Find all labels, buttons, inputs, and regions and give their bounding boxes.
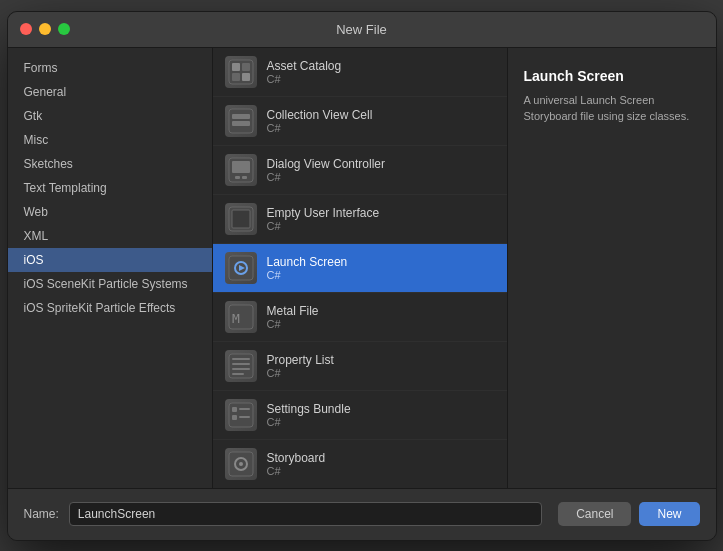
detail-title: Launch Screen [524, 68, 700, 84]
file-info-settings-bundle: Settings BundleC# [267, 402, 351, 428]
file-item-empty-user-interface[interactable]: Empty User InterfaceC# [213, 195, 507, 244]
window-title: New File [336, 22, 387, 37]
svg-rect-20 [232, 358, 250, 360]
svg-rect-9 [232, 161, 250, 173]
svg-rect-3 [232, 73, 240, 81]
svg-rect-23 [232, 373, 244, 375]
detail-description: A universal Launch Screen Storyboard fil… [524, 92, 700, 125]
svg-rect-13 [232, 210, 250, 228]
file-name-asset-catalog: Asset Catalog [267, 59, 342, 73]
sidebar-item-ios-scenekit[interactable]: iOS SceneKit Particle Systems [8, 272, 212, 296]
titlebar: New File [8, 12, 716, 48]
sidebar-item-general[interactable]: General [8, 80, 212, 104]
sidebar: FormsGeneralGtkMiscSketchesText Templati… [8, 48, 213, 488]
svg-text:M: M [232, 311, 240, 326]
file-sub-metal-file: C# [267, 318, 319, 330]
svg-rect-7 [232, 121, 250, 126]
name-input[interactable] [69, 502, 542, 526]
file-info-launch-screen: Launch ScreenC# [267, 255, 348, 281]
sidebar-item-xml[interactable]: XML [8, 224, 212, 248]
content-area: FormsGeneralGtkMiscSketchesText Templati… [8, 48, 716, 488]
maximize-button[interactable] [58, 23, 70, 35]
svg-rect-27 [232, 415, 237, 420]
file-item-storyboard[interactable]: StoryboardC# [213, 440, 507, 488]
file-item-settings-bundle[interactable]: Settings BundleC# [213, 391, 507, 440]
file-item-launch-screen[interactable]: Launch ScreenC# [213, 244, 507, 293]
settings-icon [225, 399, 257, 431]
file-sub-storyboard: C# [267, 465, 326, 477]
file-item-metal-file[interactable]: MMetal FileC# [213, 293, 507, 342]
new-button[interactable]: New [639, 502, 699, 526]
asset-icon [225, 56, 257, 88]
svg-rect-22 [232, 368, 250, 370]
svg-rect-6 [232, 114, 250, 119]
file-item-collection-view-cell[interactable]: Collection View CellC# [213, 97, 507, 146]
sidebar-item-misc[interactable]: Misc [8, 128, 212, 152]
detail-panel: Launch Screen A universal Launch Screen … [508, 48, 716, 488]
file-info-empty-user-interface: Empty User InterfaceC# [267, 206, 380, 232]
property-icon [225, 350, 257, 382]
svg-rect-28 [239, 416, 250, 418]
minimize-button[interactable] [39, 23, 51, 35]
empty-icon [225, 203, 257, 235]
new-file-dialog: New File FormsGeneralGtkMiscSketchesText… [7, 11, 717, 541]
sidebar-item-text-templating[interactable]: Text Templating [8, 176, 212, 200]
file-sub-collection-view-cell: C# [267, 122, 373, 134]
svg-point-31 [239, 462, 243, 466]
file-name-empty-user-interface: Empty User Interface [267, 206, 380, 220]
file-sub-asset-catalog: C# [267, 73, 342, 85]
dialog-icon [225, 154, 257, 186]
cancel-button[interactable]: Cancel [558, 502, 631, 526]
name-label: Name: [24, 507, 59, 521]
file-sub-empty-user-interface: C# [267, 220, 380, 232]
file-info-dialog-view-controller: Dialog View ControllerC# [267, 157, 386, 183]
file-name-property-list: Property List [267, 353, 334, 367]
file-info-storyboard: StoryboardC# [267, 451, 326, 477]
svg-rect-25 [232, 407, 237, 412]
file-name-settings-bundle: Settings Bundle [267, 402, 351, 416]
sidebar-item-ios[interactable]: iOS [8, 248, 212, 272]
svg-rect-24 [229, 403, 253, 427]
file-sub-property-list: C# [267, 367, 334, 379]
file-sub-settings-bundle: C# [267, 416, 351, 428]
storyboard-icon [225, 448, 257, 480]
file-name-metal-file: Metal File [267, 304, 319, 318]
file-info-property-list: Property ListC# [267, 353, 334, 379]
file-sub-dialog-view-controller: C# [267, 171, 386, 183]
file-item-property-list[interactable]: Property ListC# [213, 342, 507, 391]
sidebar-item-web[interactable]: Web [8, 200, 212, 224]
sidebar-item-ios-spritekit[interactable]: iOS SpriteKit Particle Effects [8, 296, 212, 320]
file-list: Asset CatalogC#Collection View CellC#Dia… [213, 48, 508, 488]
svg-rect-26 [239, 408, 250, 410]
file-info-collection-view-cell: Collection View CellC# [267, 108, 373, 134]
collection-icon [225, 105, 257, 137]
traffic-lights [20, 23, 70, 35]
file-item-asset-catalog[interactable]: Asset CatalogC# [213, 48, 507, 97]
file-name-storyboard: Storyboard [267, 451, 326, 465]
close-button[interactable] [20, 23, 32, 35]
svg-rect-21 [232, 363, 250, 365]
sidebar-item-gtk[interactable]: Gtk [8, 104, 212, 128]
bottom-bar: Name: Cancel New [8, 488, 716, 540]
file-info-asset-catalog: Asset CatalogC# [267, 59, 342, 85]
file-sub-launch-screen: C# [267, 269, 348, 281]
file-item-dialog-view-controller[interactable]: Dialog View ControllerC# [213, 146, 507, 195]
svg-rect-2 [242, 63, 250, 71]
sidebar-item-forms[interactable]: Forms [8, 56, 212, 80]
launch-icon [225, 252, 257, 284]
file-name-dialog-view-controller: Dialog View Controller [267, 157, 386, 171]
file-name-launch-screen: Launch Screen [267, 255, 348, 269]
svg-rect-11 [242, 176, 247, 179]
button-group: Cancel New [558, 502, 699, 526]
svg-rect-4 [242, 73, 250, 81]
file-name-collection-view-cell: Collection View Cell [267, 108, 373, 122]
sidebar-item-sketches[interactable]: Sketches [8, 152, 212, 176]
svg-rect-1 [232, 63, 240, 71]
file-info-metal-file: Metal FileC# [267, 304, 319, 330]
svg-rect-10 [235, 176, 240, 179]
metal-icon: M [225, 301, 257, 333]
